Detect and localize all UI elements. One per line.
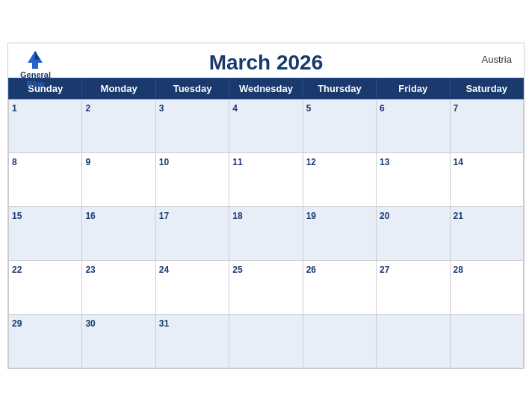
calendar-cell: 16 (82, 206, 155, 260)
date-number: 21 (454, 211, 463, 221)
date-number: 4 (232, 103, 238, 114)
week-row-5: 293031 (9, 314, 524, 368)
header-monday: Monday (82, 78, 155, 99)
date-number: 2 (85, 103, 90, 114)
date-number: 13 (380, 157, 389, 167)
date-number: 27 (380, 265, 389, 275)
calendar-cell: 2 (82, 99, 155, 152)
date-number: 10 (159, 157, 169, 167)
calendar-cell: 10 (155, 152, 229, 206)
calendar-cell: 13 (377, 152, 450, 206)
date-number: 16 (85, 211, 95, 221)
calendar-cell: 17 (155, 206, 229, 260)
calendar-cell: 29 (9, 314, 82, 368)
date-number: 26 (306, 265, 316, 275)
calendar: General Blue March 2026 Austria Sunday M… (7, 43, 525, 369)
calendar-cell: 9 (82, 152, 155, 206)
calendar-cell (377, 314, 450, 368)
date-number: 28 (454, 265, 463, 275)
weekday-header-row: Sunday Monday Tuesday Wednesday Thursday… (9, 78, 524, 99)
date-number: 23 (85, 265, 95, 275)
date-number: 20 (380, 211, 389, 221)
date-number: 15 (12, 211, 22, 221)
week-row-2: 891011121314 (9, 152, 524, 206)
calendar-cell: 22 (9, 260, 82, 314)
calendar-cell: 21 (450, 206, 523, 260)
calendar-cell: 3 (155, 99, 229, 152)
calendar-cell: 31 (155, 314, 229, 368)
date-number: 22 (12, 265, 22, 275)
calendar-cell: 27 (377, 260, 450, 314)
calendar-cell (450, 314, 523, 368)
header-wednesday: Wednesday (229, 78, 303, 99)
calendar-cell: 8 (9, 152, 82, 206)
calendar-cell: 28 (450, 260, 523, 314)
logo: General Blue (20, 49, 51, 88)
calendar-header: General Blue March 2026 Austria (8, 43, 524, 78)
week-row-4: 22232425262728 (9, 260, 524, 314)
calendar-cell (229, 314, 303, 368)
date-number: 18 (232, 211, 242, 221)
header-saturday: Saturday (450, 78, 523, 99)
date-number: 8 (12, 157, 17, 167)
country-label: Austria (482, 54, 512, 65)
calendar-cell (303, 314, 376, 368)
date-number: 7 (454, 103, 459, 114)
calendar-cell: 15 (9, 206, 82, 260)
calendar-title: March 2026 (20, 51, 512, 75)
date-number: 5 (306, 103, 312, 114)
calendar-cell: 7 (450, 99, 523, 152)
date-number: 14 (454, 157, 463, 167)
date-number: 3 (159, 103, 164, 114)
header-tuesday: Tuesday (155, 78, 229, 99)
date-number: 11 (232, 157, 242, 167)
calendar-cell: 12 (303, 152, 376, 206)
calendar-cell: 14 (450, 152, 523, 206)
date-number: 24 (159, 265, 169, 275)
calendar-cell: 20 (377, 206, 450, 260)
calendar-table: Sunday Monday Tuesday Wednesday Thursday… (8, 78, 524, 368)
date-number: 1 (12, 103, 17, 114)
calendar-cell: 4 (229, 99, 303, 152)
logo-blue-text: Blue (27, 79, 45, 88)
date-number: 19 (306, 211, 316, 221)
week-row-1: 1234567 (9, 99, 524, 152)
calendar-cell: 26 (303, 260, 376, 314)
date-number: 12 (306, 157, 316, 167)
calendar-cell: 1 (9, 99, 82, 152)
date-number: 9 (85, 157, 90, 167)
calendar-cell: 11 (229, 152, 303, 206)
logo-general-text: General (20, 70, 51, 79)
header-friday: Friday (377, 78, 450, 99)
date-number: 29 (12, 318, 22, 329)
date-number: 25 (232, 265, 242, 275)
date-number: 31 (159, 318, 169, 329)
logo-icon (22, 49, 49, 70)
calendar-cell: 18 (229, 206, 303, 260)
date-number: 17 (159, 211, 169, 221)
calendar-cell: 30 (82, 314, 155, 368)
date-number: 30 (85, 318, 95, 329)
calendar-cell: 19 (303, 206, 376, 260)
week-row-3: 15161718192021 (9, 206, 524, 260)
calendar-cell: 5 (303, 99, 376, 152)
calendar-cell: 6 (377, 99, 450, 152)
calendar-cell: 24 (155, 260, 229, 314)
date-number: 6 (380, 103, 385, 114)
calendar-cell: 23 (82, 260, 155, 314)
header-thursday: Thursday (303, 78, 376, 99)
calendar-cell: 25 (229, 260, 303, 314)
